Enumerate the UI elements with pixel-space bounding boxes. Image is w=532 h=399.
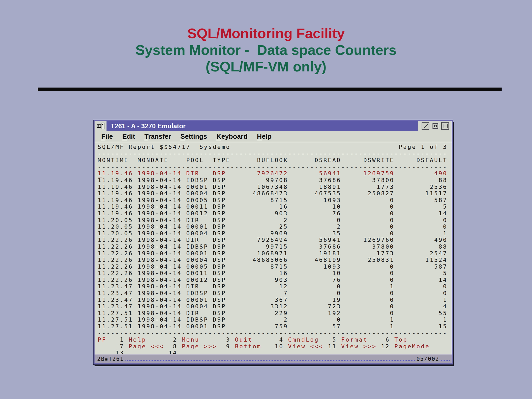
system-menu-button[interactable] <box>95 121 107 131</box>
pf-key-label: Page >>> <box>182 343 217 350</box>
emulator-icon <box>97 124 101 128</box>
pf-key-label: Bottom <box>235 343 261 350</box>
pf-key-number: 4 <box>253 336 288 343</box>
restore-icon <box>423 124 428 128</box>
slide-title-block: SQL/Monitoring Facility System Monitor -… <box>0 25 532 75</box>
table-row: 11.20.05 1998-04-14 00004 DSP 9969 35 0 … <box>98 230 452 237</box>
terminal-screen[interactable]: SQL/MF Report $$54717 Sysdemo Page 1 of … <box>95 142 452 354</box>
emulator-window: T261 - A - 3270 Emulator FileEditTransfe… <box>94 120 453 364</box>
pf-key-number: 10 <box>262 343 288 350</box>
slide-title-line3: (SQL/MF-VM only) <box>0 58 532 75</box>
table-row: 11.22.26 1998-04-14 00005 DSP 8715 1093 … <box>98 263 452 270</box>
status-dotted-tail <box>441 357 450 361</box>
report-header: SQL/MF Report $$54717 Sysdemo Page 1 of … <box>98 144 452 150</box>
pf-key-number: 5 <box>319 336 341 343</box>
status-dotted-leader <box>125 357 415 361</box>
pf-key-number: 8 <box>164 343 182 350</box>
pf-key-number: 1 <box>107 336 129 343</box>
table-row: 11.19.46 1998-04-14 00011 DSP 16 10 0 5 <box>98 203 452 210</box>
menu-bar: FileEditTransferSettingsKeyboardHelp <box>95 131 452 142</box>
pf-key-number: 13 14 <box>98 350 177 354</box>
menu-item-help[interactable]: Help <box>257 132 271 141</box>
emulator-icon-tower <box>102 123 104 129</box>
slide-title-line1: SQL/Monitoring Facility <box>0 25 532 42</box>
menu-item-settings[interactable]: Settings <box>181 132 207 141</box>
table-row: 11.22.26 1998-04-14 00001 DSP 1068971 19… <box>98 250 452 257</box>
table-row: 11.23.47 1998-04-14 00004 DSP 3312 723 0… <box>98 303 452 310</box>
status-cursor-position: 05/002 <box>416 356 439 362</box>
pf-key-label: View <<< <box>288 343 323 350</box>
pf-key-label: Page <<< <box>129 343 164 350</box>
table-row: 11.27.51 1998-04-14 DIR DSP 229 192 0 55 <box>98 310 452 317</box>
restore-button[interactable] <box>422 122 429 130</box>
minimize-icon <box>434 125 437 127</box>
title-divider-rule <box>38 88 502 91</box>
pf-key-number: 6 <box>368 336 394 343</box>
table-row: 11.20.05 1998-04-14 DIR DSP 2 0 0 0 <box>98 217 452 224</box>
pf-key-label: CmndLog <box>288 336 319 343</box>
pf-key-line: 13 14 <box>98 350 452 354</box>
pf-key-number: 3 <box>200 336 235 343</box>
maximize-icon <box>443 124 448 128</box>
pf-key-line: PF 1 Help 2 Menu 3 Quit 4 CmndLog 5 Form… <box>98 336 452 343</box>
pf-key-label: Help <box>129 336 146 343</box>
menu-item-file[interactable]: File <box>101 132 113 141</box>
pf-key-number: 2 <box>147 336 182 343</box>
table-row: 11.19.46 1998-04-14 00004 DSP 48668473 4… <box>98 190 452 197</box>
table-row: 11.22.26 1998-04-14 00011 DSP 16 10 0 5 <box>98 270 452 277</box>
cursor: 1 <box>98 170 102 177</box>
table-row: 11.19.46 1998-04-14 DIR DSP 7926472 5694… <box>98 170 452 177</box>
table-row: 11.19.46 1998-04-14 00001 DSP 1067348 18… <box>98 184 452 190</box>
status-bar: 2B▪T261 05/002 <box>95 354 452 363</box>
pf-key-label: Menu <box>182 336 200 343</box>
menu-item-transfer[interactable]: Transfer <box>144 132 171 141</box>
table-row: 11.27.51 1998-04-14 IDBSP DSP 2 0 1 1 <box>98 316 452 323</box>
window-titlebar[interactable]: T261 - A - 3270 Emulator <box>95 121 452 131</box>
table-row: 11.19.46 1998-04-14 IDBSP DSP 99708 3768… <box>98 177 452 184</box>
table-row: 11.20.05 1998-04-14 00001 DSP 25 2 0 0 <box>98 223 452 230</box>
table-row: 11.22.26 1998-04-14 00012 DSP 903 76 0 1… <box>98 277 452 283</box>
minimize-button[interactable] <box>433 123 438 129</box>
pf-key-number: 11 <box>323 343 341 350</box>
menu-item-keyboard[interactable]: Keyboard <box>216 132 248 141</box>
pf-key-label: PageMode <box>394 343 430 350</box>
pf-key-label: Top <box>394 336 408 343</box>
window-controls <box>418 121 452 131</box>
slide-title-line2: System Monitor - Data space Counters <box>0 42 532 58</box>
separator: ----------------------------------------… <box>98 330 452 337</box>
table-row: 11.23.47 1998-04-14 DIR DSP 12 0 1 0 <box>98 283 452 290</box>
pf-key-label: View >>> <box>341 343 377 350</box>
table-row: 11.22.26 1998-04-14 DIR DSP 7926494 5694… <box>98 237 452 243</box>
pf-key-label: Format <box>341 336 368 343</box>
status-session-id: 2B▪T261 <box>97 356 124 362</box>
column-headers: MONTIME MONDATE POOL TYPE BUFLOOK DSREAD… <box>98 157 452 164</box>
menu-item-edit[interactable]: Edit <box>122 132 135 141</box>
separator: ----------------------------------------… <box>98 164 452 170</box>
pf-key-number: 7 <box>98 343 129 350</box>
table-row: 11.19.46 1998-04-14 00005 DSP 8715 1093 … <box>98 197 452 204</box>
table-row: 11.19.46 1998-04-14 00012 DSP 903 76 0 1… <box>98 210 452 217</box>
table-row: 11.27.51 1998-04-14 00001 DSP 759 57 1 1… <box>98 323 452 330</box>
window-title: T261 - A - 3270 Emulator <box>107 121 418 131</box>
separator: ----------------------------------------… <box>98 150 452 157</box>
pf-key-label: PF <box>98 336 107 343</box>
table-row: 11.23.47 1998-04-14 IDBSP DSP 7 0 0 0 <box>98 290 452 297</box>
pf-key-number: 9 <box>217 343 235 350</box>
pf-key-label: Quit <box>235 336 252 343</box>
maximize-button[interactable] <box>441 122 449 130</box>
table-row: 11.23.47 1998-04-14 00001 DSP 367 19 0 1 <box>98 297 452 303</box>
pf-key-number: 12 <box>377 343 394 350</box>
table-row: 11.22.26 1998-04-14 00004 DSP 48685066 4… <box>98 257 452 263</box>
pf-key-line: 7 Page <<< 8 Page >>> 9 Bottom 10 View <… <box>98 343 452 350</box>
table-row: 11.22.26 1998-04-14 IDBSP DSP 99715 3768… <box>98 243 452 250</box>
